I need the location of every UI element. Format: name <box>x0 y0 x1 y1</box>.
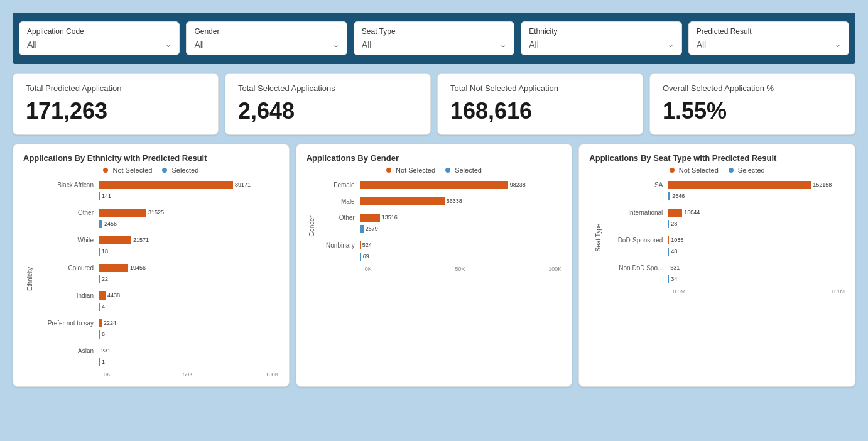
bar-value-not-selected: 4438 <box>107 292 120 298</box>
ethnicity-bar-chart: Black African89171141Other315252456White… <box>30 180 279 369</box>
bar-row: Black African89171 <box>30 180 279 189</box>
kpi-overall-pct-value: 1.55% <box>663 98 842 124</box>
filter-application-code[interactable]: Application Code All ⌄ <box>19 21 180 55</box>
seat-type-x-axis: 0.0M 0.1M <box>595 288 845 295</box>
ethnicity-legend-not-selected: Not Selected <box>103 166 152 174</box>
bar-label: DoD-Sponsored <box>595 237 668 244</box>
bar-value-selected: 2546 <box>672 193 685 199</box>
gender-legend-selected: Selected <box>445 166 482 174</box>
bar-row: Prefer not to say2224 <box>30 318 279 327</box>
bar-label: Nonbinary <box>313 242 360 249</box>
bar-label: Non DoD Spo... <box>595 264 668 271</box>
selected-bar <box>99 303 100 311</box>
bar-label: Prefer not to say <box>30 320 99 327</box>
bar-value-not-selected: 21571 <box>133 237 149 243</box>
bar-label: International <box>595 209 668 216</box>
blue-dot <box>162 168 167 173</box>
not-selected-bar <box>99 291 106 300</box>
not-selected-bar <box>99 264 128 272</box>
charts-row: Applications By Ethnicity with Predicted… <box>13 144 855 387</box>
not-selected-bar <box>99 347 99 355</box>
filter-seat-type[interactable]: Seat Type All ⌄ <box>354 21 514 55</box>
filter-gender-select[interactable]: All ⌄ <box>194 40 339 50</box>
bar-value-selected: 141 <box>102 193 111 199</box>
bar-row: Other31525 <box>30 208 279 217</box>
ethnicity-y-axis-label: Ethnicity <box>26 267 33 291</box>
bar-row: 4 <box>30 302 279 311</box>
bar-label: Asian <box>30 347 99 354</box>
selected-bar <box>99 192 100 200</box>
filter-seat-type-label: Seat Type <box>362 27 506 36</box>
bar-value-not-selected: 98238 <box>510 182 526 188</box>
bar-value-not-selected: 231 <box>101 347 111 354</box>
seat-type-chart-legend: Not Selected Selected <box>589 166 845 174</box>
filter-ethnicity[interactable]: Ethnicity All ⌄ <box>521 21 681 55</box>
kpi-total-not-selected: Total Not Selected Application 168,616 <box>437 73 643 135</box>
chevron-down-icon-2: ⌄ <box>333 40 339 49</box>
ethnicity-chart-legend: Not Selected Selected <box>23 166 279 174</box>
filter-seat-type-value: All <box>362 40 372 50</box>
kpi-total-predicted: Total Predicted Application 171,263 <box>13 73 219 135</box>
bar-value-not-selected: 1035 <box>671 237 683 243</box>
bar-value-selected: 6 <box>102 331 105 337</box>
seat-type-legend-not-selected: Not Selected <box>670 166 719 174</box>
bar-label: Indian <box>30 292 99 299</box>
filter-predicted-result[interactable]: Predicted Result All ⌄ <box>688 21 849 55</box>
bar-row: 1 <box>30 357 279 366</box>
bar-row: 28 <box>595 219 845 228</box>
selected-bar <box>99 220 102 228</box>
bar-row: Male56338 <box>313 197 562 205</box>
filter-seat-type-select[interactable]: All ⌄ <box>362 40 506 50</box>
bar-row: 34 <box>595 275 845 283</box>
gender-bar-chart: Female98238Male56338Other135162579Nonbin… <box>313 180 562 263</box>
bar-value-not-selected: 13516 <box>382 214 398 220</box>
bar-row: Asian231 <box>30 346 279 355</box>
filter-gender[interactable]: Gender All ⌄ <box>186 21 347 55</box>
kpi-overall-pct: Overall Selected Application % 1.55% <box>649 73 855 135</box>
filter-predicted-result-select[interactable]: All ⌄ <box>697 40 841 50</box>
not-selected-bar <box>668 209 682 217</box>
bar-value-not-selected: 56338 <box>447 198 462 204</box>
bar-row: Coloured19456 <box>30 263 279 272</box>
blue-dot-2 <box>445 168 450 173</box>
seat-type-y-axis-label: Seat Type <box>595 224 602 252</box>
bar-row: 69 <box>313 252 562 261</box>
seat-type-bar-chart: SA1521582546International1504428DoD-Spon… <box>595 180 845 286</box>
gender-legend-not-selected: Not Selected <box>386 166 435 174</box>
bar-value-selected: 18 <box>102 248 108 254</box>
filter-ethnicity-select[interactable]: All ⌄ <box>529 40 673 50</box>
dashboard: Application Code All ⌄ Gender All ⌄ Seat… <box>8 8 860 392</box>
bar-label: White <box>30 237 99 244</box>
seat-type-chart-card: Applications By Seat Type with Predicted… <box>578 144 855 387</box>
chevron-down-icon-3: ⌄ <box>500 40 506 49</box>
not-selected-bar <box>360 181 508 189</box>
kpi-total-predicted-title: Total Predicted Application <box>26 84 205 93</box>
filter-application-code-select[interactable]: All ⌄ <box>27 40 171 50</box>
bar-value-not-selected: 152158 <box>813 182 832 188</box>
not-selected-bar <box>668 181 811 189</box>
not-selected-bar <box>99 209 146 217</box>
bar-row: Female98238 <box>313 180 562 189</box>
filter-row: Application Code All ⌄ Gender All ⌄ Seat… <box>13 13 855 64</box>
bar-row: 2579 <box>313 224 562 233</box>
bar-row: 18 <box>30 247 279 256</box>
bar-label: SA <box>595 182 668 188</box>
selected-bar <box>360 225 364 233</box>
chevron-down-icon-4: ⌄ <box>668 40 674 49</box>
kpi-total-not-selected-title: Total Not Selected Application <box>450 84 630 93</box>
bar-value-selected: 1 <box>102 359 105 365</box>
bar-label: Coloured <box>30 264 99 271</box>
bar-row: DoD-Sponsored1035 <box>595 236 845 244</box>
gender-x-axis: 0K 50K 100K <box>313 266 562 272</box>
gender-chart-title: Applications By Gender <box>307 153 562 163</box>
filter-predicted-result-value: All <box>697 40 707 50</box>
orange-dot-2 <box>386 168 391 173</box>
bar-value-selected: 2579 <box>366 226 378 232</box>
not-selected-bar <box>99 181 233 189</box>
ethnicity-chart-title: Applications By Ethnicity with Predicted… <box>23 153 279 163</box>
not-selected-bar <box>668 264 668 272</box>
gender-chart-card: Applications By Gender Not Selected Sele… <box>296 144 573 387</box>
filter-gender-value: All <box>194 40 204 50</box>
orange-dot-3 <box>670 168 675 173</box>
kpi-total-predicted-value: 171,263 <box>26 98 205 124</box>
